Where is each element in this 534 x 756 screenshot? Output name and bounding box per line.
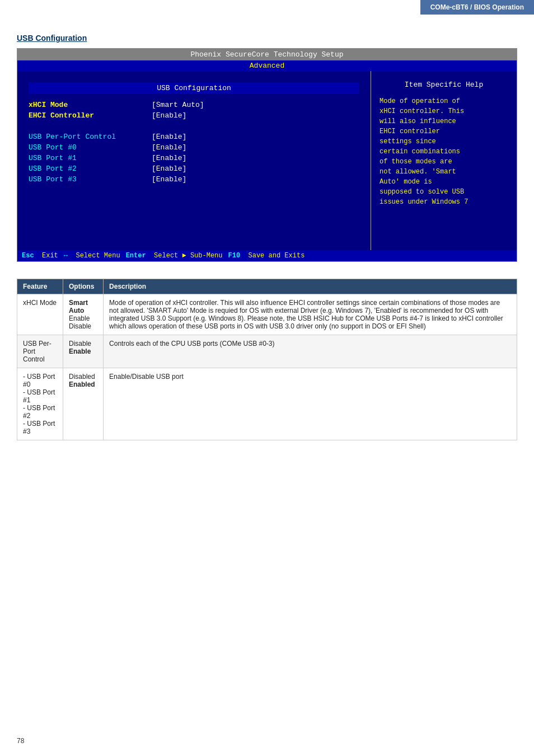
bios-row-usb-port1[interactable]: USB Port #1 [Enable] bbox=[29, 154, 359, 162]
bios-row-usb-port0[interactable]: USB Port #0 [Enable] bbox=[29, 143, 359, 152]
status-f10: F10 Save and Exits bbox=[228, 252, 305, 260]
col-header-feature: Feature bbox=[17, 279, 63, 294]
bios-value-usb-port1: [Enable] bbox=[152, 154, 186, 162]
bios-label-usb-port0: USB Port #0 bbox=[29, 143, 152, 152]
bios-row-xhci[interactable]: xHCI Mode [Smart Auto] bbox=[29, 101, 359, 109]
section-title: USB Configuration bbox=[17, 34, 517, 43]
bios-body: USB Configuration xHCI Mode [Smart Auto]… bbox=[17, 71, 517, 250]
status-esc: Esc Exit bbox=[22, 252, 58, 260]
bios-screen: Phoenix SecureCore Technology Setup Adva… bbox=[17, 48, 517, 262]
status-arrow: ↔ Select Menu bbox=[64, 252, 120, 260]
bios-row-usb-per-port[interactable]: USB Per-Port Control [Enable] bbox=[29, 133, 359, 141]
page-header: COMe-cBT6 / BIOS Operation bbox=[420, 0, 534, 15]
options-usb-per-port: Disable Enable bbox=[63, 335, 104, 368]
status-enter: Enter Select ► Sub-Menu bbox=[126, 252, 223, 260]
desc-xhci: Mode of operation of xHCI controller. Th… bbox=[104, 294, 517, 335]
table-row: xHCI Mode Smart Auto Enable Disable Mode… bbox=[17, 294, 517, 335]
options-xhci: Smart Auto Enable Disable bbox=[63, 294, 104, 335]
bios-label-usb-port2: USB Port #2 bbox=[29, 165, 152, 173]
bios-row-spacer bbox=[29, 122, 359, 130]
bios-label-usb-per-port: USB Per-Port Control bbox=[29, 133, 152, 141]
table-row: - USB Port #0 - USB Port #1 - USB Port #… bbox=[17, 368, 517, 440]
bios-label-xhci: xHCI Mode bbox=[29, 101, 152, 109]
bios-right-panel: Item Specific Help Mode of operation of … bbox=[371, 71, 517, 250]
bios-left-panel: USB Configuration xHCI Mode [Smart Auto]… bbox=[17, 71, 371, 250]
bios-label-ehci: EHCI Controller bbox=[29, 111, 152, 120]
bios-row-ehci[interactable]: EHCI Controller [Enable] bbox=[29, 111, 359, 120]
bios-right-header: Item Specific Help bbox=[380, 79, 508, 91]
feature-usb-per-port: USB Per-Port Control bbox=[17, 335, 63, 368]
feature-usb-ports: - USB Port #0 - USB Port #1 - USB Port #… bbox=[17, 368, 63, 440]
bios-value-usb-port0: [Enable] bbox=[152, 143, 186, 152]
bios-value-ehci: [Enable] bbox=[152, 111, 186, 120]
options-usb-ports: Disabled Enabled bbox=[63, 368, 104, 440]
bios-value-xhci: [Smart Auto] bbox=[152, 101, 204, 109]
bios-left-header: USB Configuration bbox=[29, 82, 359, 94]
bios-value-usb-port2: [Enable] bbox=[152, 165, 186, 173]
bios-label-usb-port1: USB Port #1 bbox=[29, 154, 152, 162]
info-table: Feature Options Description xHCI Mode Sm… bbox=[17, 279, 517, 440]
bios-value-usb-port3: [Enable] bbox=[152, 175, 186, 184]
desc-usb-ports: Enable/Disable USB port bbox=[104, 368, 517, 440]
bios-nav-bar[interactable]: Advanced bbox=[17, 60, 517, 71]
col-header-description: Description bbox=[104, 279, 517, 294]
bios-row-usb-port3[interactable]: USB Port #3 [Enable] bbox=[29, 175, 359, 184]
col-header-options: Options bbox=[63, 279, 104, 294]
feature-xhci: xHCI Mode bbox=[17, 294, 63, 335]
bios-value-usb-per-port: [Enable] bbox=[152, 133, 186, 141]
table-row: USB Per-Port Control Disable Enable Cont… bbox=[17, 335, 517, 368]
bios-help-text: Mode of operation of xHCI controller. Th… bbox=[380, 96, 508, 207]
bios-status-bar: Esc Exit ↔ Select Menu Enter Select ► Su… bbox=[17, 250, 517, 261]
bios-nav-advanced[interactable]: Advanced bbox=[250, 62, 284, 70]
desc-usb-per-port: Controls each of the CPU USB ports (COMe… bbox=[104, 335, 517, 368]
page-number: 78 bbox=[17, 737, 24, 745]
bios-row-usb-port2[interactable]: USB Port #2 [Enable] bbox=[29, 165, 359, 173]
bios-label-usb-port3: USB Port #3 bbox=[29, 175, 152, 184]
bios-title-bar: Phoenix SecureCore Technology Setup bbox=[17, 49, 517, 60]
